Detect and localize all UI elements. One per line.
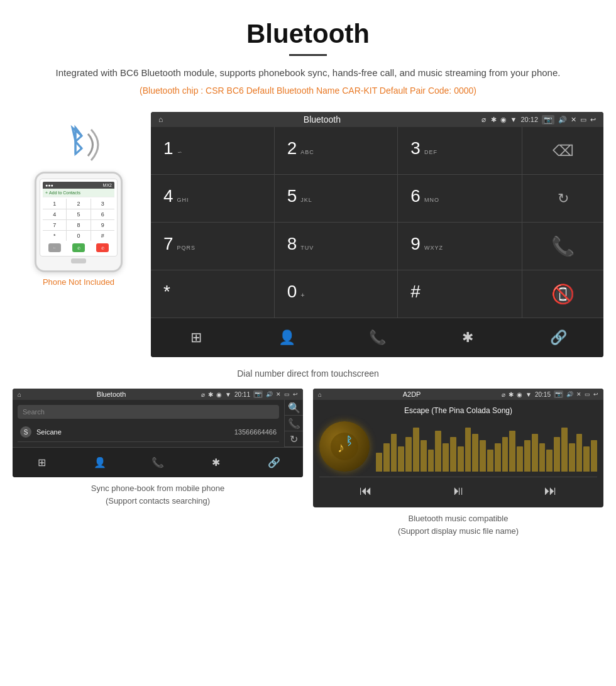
backspace-icon: ⌫ (553, 142, 574, 160)
status-icons: ✱ ◉ ▼ 20:12 📷 🔊 ✕ ▭ ↩ (491, 115, 596, 124)
music-content: Escape (The Pina Colada Song) ♪ (313, 400, 603, 507)
phone-key-6[interactable]: 6 (91, 209, 114, 219)
phone-key-hash[interactable]: # (91, 231, 114, 241)
dialpad-right-panel: ⌫ ↻ 📞 📵 (522, 127, 603, 318)
dial-key-8[interactable]: 8 TUV (275, 223, 399, 270)
page-title: Bluetooth (25, 19, 591, 49)
pb-back[interactable]: ↩ (293, 391, 298, 397)
dial-key-1[interactable]: 1 ∽ (151, 127, 275, 174)
bottom-screens: ⌂ Bluetooth ⌀ ✱ ◉ ▼ 20:11 📷 🔊 ✕ ▭ ↩ Sear… (0, 389, 616, 537)
pb-close[interactable]: ✕ (276, 391, 281, 397)
title-section: Bluetooth Integrated with BC6 Bluetooth … (0, 0, 616, 112)
pb-vol[interactable]: 🔊 (266, 391, 273, 397)
location-icon: ◉ (500, 116, 507, 124)
phonebook-screen-container: ⌂ Bluetooth ⌀ ✱ ◉ ▼ 20:11 📷 🔊 ✕ ▭ ↩ Sear… (13, 389, 303, 537)
waveform-bar (517, 446, 523, 472)
screen-title: Bluetooth (168, 114, 476, 124)
pb-camera[interactable]: 📷 (253, 390, 263, 398)
main-caption: Dial number direct from touchscreen (0, 368, 616, 379)
prev-button[interactable]: ⏮ (360, 484, 372, 498)
phone-key-1[interactable]: 1 (43, 199, 66, 209)
pb-window[interactable]: ▭ (284, 391, 290, 397)
search-icon-btn[interactable]: 🔍 (285, 400, 303, 416)
play-pause-button[interactable]: ⏯ (452, 484, 465, 498)
dial-row-1: 1 ∽ 2 ABC 3 DEF (151, 127, 522, 175)
contact-row[interactable]: S Seicane 13566664466 (18, 423, 279, 442)
time-display: 20:12 (520, 116, 538, 123)
phone-key-8[interactable]: 8 (67, 220, 90, 230)
phone-key-4[interactable]: 4 (43, 209, 66, 219)
pb-bottom-nav: ⊞ 👤 📞 ✱ 🔗 (13, 447, 303, 477)
refresh-cell[interactable]: ↻ (522, 175, 603, 223)
window-icon[interactable]: ▭ (580, 116, 586, 124)
music-controls: ⏮ ⏯ ⏭ (319, 477, 597, 501)
bluetooth-signal-graphic (53, 124, 104, 165)
pb-nav-dialpad[interactable]: ⊞ (13, 451, 70, 473)
pb-nav-calls[interactable]: 📞 (129, 451, 187, 473)
red-call-cell[interactable]: 📵 (522, 270, 603, 318)
mu-close[interactable]: ✕ (576, 391, 581, 397)
phone-btn-back[interactable]: ← (48, 243, 61, 252)
mu-usb-icon: ⌀ (502, 391, 505, 398)
contact-avatar: S (20, 426, 31, 438)
waveform-bar (421, 440, 427, 472)
volume-icon[interactable]: 🔊 (558, 116, 567, 124)
pb-nav-bluetooth[interactable]: ✱ (187, 451, 245, 473)
nav-bluetooth[interactable]: ✱ (422, 324, 513, 351)
dial-key-4[interactable]: 4 GHI (151, 175, 275, 222)
phone-home-button[interactable] (71, 258, 86, 263)
camera-icon[interactable]: 📷 (542, 115, 554, 124)
phone-key-3[interactable]: 3 (91, 199, 114, 209)
dial-key-6[interactable]: 6 MNO (398, 175, 522, 222)
next-button[interactable]: ⏭ (544, 484, 557, 498)
close-icon[interactable]: ✕ (571, 116, 576, 124)
nav-link[interactable]: 🔗 (513, 324, 603, 351)
phone-key-5[interactable]: 5 (67, 209, 90, 219)
search-placeholder: Search (23, 408, 45, 416)
waveform-bar (413, 428, 419, 472)
phone-key-9[interactable]: 9 (91, 220, 114, 230)
dial-key-star[interactable]: * (151, 270, 275, 318)
phonebook-caption: Sync phone-book from mobile phone (Suppo… (91, 482, 224, 507)
phone-key-0[interactable]: 0 (67, 231, 90, 241)
waveform-bar (391, 434, 397, 472)
dial-key-2[interactable]: 2 ABC (275, 127, 399, 174)
dial-key-7[interactable]: 7 PQRS (151, 223, 275, 270)
dial-key-3[interactable]: 3 DEF (398, 127, 522, 174)
nav-contacts[interactable]: 👤 (241, 324, 332, 351)
mu-window[interactable]: ▭ (585, 391, 590, 397)
pb-nav-contacts[interactable]: 👤 (70, 451, 128, 473)
pb-home-icon[interactable]: ⌂ (18, 391, 21, 398)
mu-home-icon[interactable]: ⌂ (318, 391, 322, 398)
nav-calls[interactable]: 📞 (332, 324, 422, 351)
dial-key-0[interactable]: 0 + (275, 270, 399, 318)
refresh-icon-btn[interactable]: ↻ (285, 431, 303, 447)
dialpad-grid: 1 ∽ 2 ABC 3 DEF 4 GHI 5 JKL 6 MNO 7 PQRS… (151, 127, 522, 318)
dial-row-3: 7 PQRS 8 TUV 9 WXYZ (151, 223, 522, 270)
pb-nav-link[interactable]: 🔗 (245, 451, 303, 473)
mu-signal-icon: ▼ (525, 391, 532, 398)
home-icon[interactable]: ⌂ (158, 115, 163, 124)
nav-dialpad[interactable]: ⊞ (151, 324, 241, 351)
dialpad-area: 1 ∽ 2 ABC 3 DEF 4 GHI 5 JKL 6 MNO 7 PQRS… (151, 127, 603, 318)
mu-vol[interactable]: 🔊 (566, 391, 573, 397)
mu-back[interactable]: ↩ (593, 391, 598, 397)
green-call-cell[interactable]: 📞 (522, 223, 603, 270)
call-icon-btn[interactable]: 📞 (285, 416, 303, 431)
phone-btn-end[interactable]: ✆ (96, 243, 109, 252)
mu-loc-icon: ◉ (517, 391, 522, 398)
waveform-bar (502, 437, 509, 472)
back-icon[interactable]: ↩ (590, 116, 596, 124)
dial-key-5[interactable]: 5 JKL (275, 175, 399, 222)
mu-camera[interactable]: 📷 (554, 390, 563, 398)
phone-btn-call[interactable]: ✆ (72, 243, 85, 252)
phone-key-star[interactable]: * (43, 231, 66, 241)
phone-key-2[interactable]: 2 (67, 199, 90, 209)
search-bar[interactable]: Search (18, 405, 279, 419)
backspace-cell[interactable]: ⌫ (522, 127, 603, 175)
dial-key-9[interactable]: 9 WXYZ (398, 223, 522, 270)
phone-not-included-label: Phone Not Included (43, 277, 114, 287)
dial-key-hash[interactable]: # (398, 270, 522, 318)
phone-key-7[interactable]: 7 (43, 220, 66, 230)
phonebook-main: Search S Seicane 13566664466 🔍 (13, 400, 303, 447)
